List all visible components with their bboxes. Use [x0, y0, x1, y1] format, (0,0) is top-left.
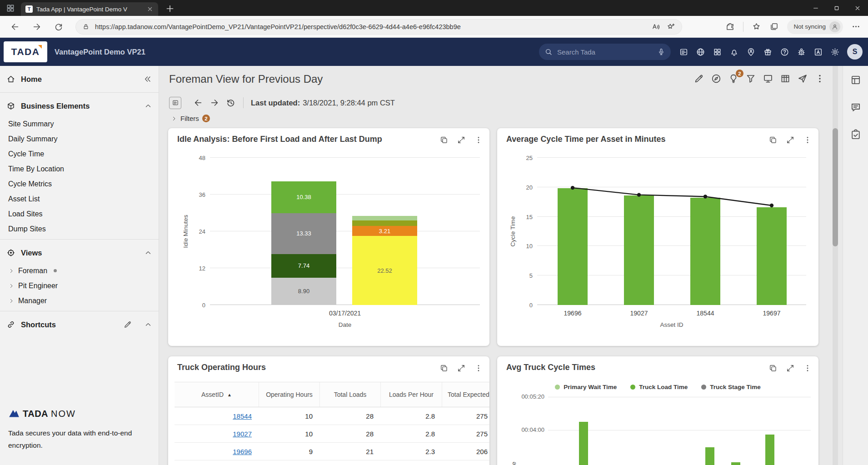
y-tick-label: 00:05:20 [518, 393, 544, 400]
sidebar-item-home[interactable]: Home [0, 69, 159, 90]
workspaces-icon[interactable] [5, 3, 15, 13]
card-menu-icon[interactable] [803, 135, 812, 145]
refresh-icon[interactable] [54, 22, 64, 32]
collapse-sidebar-icon[interactable] [143, 75, 152, 84]
sidebar-item-site-summary[interactable]: Site Summary [0, 116, 159, 131]
more-options-icon[interactable] [814, 73, 825, 84]
sidebar-item-foreman[interactable]: Foreman [0, 263, 159, 278]
text-size-icon[interactable] [813, 47, 823, 57]
history-icon[interactable] [226, 98, 236, 108]
person-pin-icon[interactable] [746, 47, 756, 57]
column-header-total-loads[interactable]: Total Loads [320, 382, 381, 407]
column-header-assetid[interactable]: AssetID▲ [175, 382, 259, 407]
copy-icon[interactable] [439, 135, 449, 145]
notes-icon[interactable] [679, 47, 688, 57]
read-aloud-icon[interactable] [652, 22, 661, 31]
bell-icon[interactable] [729, 47, 739, 57]
sidebar-item-load-sites[interactable]: Load Sites [0, 206, 159, 221]
edit-shortcuts-icon[interactable] [123, 320, 132, 329]
asset-link[interactable]: 19696 [233, 448, 252, 455]
scrollbar-thumb[interactable] [833, 128, 838, 246]
search-input[interactable] [557, 48, 653, 56]
lock-icon[interactable] [82, 23, 90, 30]
sidebar-footer: TADANOW Tada secures your data with end-… [8, 408, 150, 451]
sidebar-item-asset-list[interactable]: Asset List [0, 191, 159, 206]
sidebar-item-dump-sites[interactable]: Dump Sites [0, 221, 159, 236]
edit-icon[interactable] [693, 73, 704, 84]
copy-icon[interactable] [439, 364, 449, 373]
presentation-icon[interactable] [763, 73, 773, 84]
insights-button[interactable]: 2 [728, 73, 739, 84]
table-columns-icon[interactable] [780, 73, 791, 84]
expand-icon[interactable] [457, 135, 466, 145]
column-header-loads-per-hour[interactable]: Loads Per Hour [381, 382, 442, 407]
comments-icon[interactable] [850, 101, 862, 113]
page-back-icon[interactable] [193, 98, 203, 108]
column-header-total-expected-tons[interactable]: Total Expected Tons [442, 382, 489, 407]
panel-cards-icon[interactable] [850, 74, 862, 86]
card-menu-icon[interactable] [803, 364, 812, 373]
sidebar-item-daily-summary[interactable]: Daily Summary [0, 131, 159, 146]
table-cell: 275 [442, 407, 489, 425]
globe-icon[interactable] [696, 47, 705, 57]
new-tab-icon[interactable] [165, 3, 175, 14]
page-forward-icon[interactable] [210, 98, 219, 108]
help-icon[interactable] [780, 47, 789, 57]
asset-link[interactable]: 18544 [233, 412, 252, 420]
expand-icon[interactable] [457, 364, 466, 373]
explore-compass-icon[interactable] [711, 73, 722, 84]
expand-icon[interactable] [786, 135, 795, 145]
asset-link[interactable]: 19027 [233, 430, 252, 438]
card-menu-icon[interactable] [474, 135, 483, 145]
sidebar-item-pit-engineer[interactable]: Pit Engineer [0, 278, 159, 293]
filters-toggle[interactable]: Filters 2 [171, 115, 210, 122]
minimize-button[interactable] [805, 0, 826, 16]
sidebar-item-cycle-metrics[interactable]: Cycle Metrics [0, 176, 159, 191]
bug-icon[interactable] [797, 47, 806, 57]
sidebar-item-manager[interactable]: Manager [0, 293, 159, 308]
filter-funnel-icon[interactable] [745, 73, 756, 84]
gift-icon[interactable] [763, 47, 773, 57]
copy-icon[interactable] [768, 364, 778, 373]
copy-icon[interactable] [768, 135, 778, 145]
card-title: Truck Operating Hours [177, 363, 266, 372]
expand-icon[interactable] [786, 364, 795, 373]
browser-tab[interactable]: T Tada App | VantagePoint Demo V [21, 2, 158, 16]
sidebar-item-time-by-location[interactable]: Time By Location [0, 161, 159, 176]
send-icon[interactable] [797, 73, 808, 84]
extensions-icon[interactable] [725, 22, 735, 31]
card-actions [768, 135, 812, 145]
browser-menu-icon[interactable] [851, 22, 861, 31]
sidebar-section-views[interactable]: Views [0, 242, 159, 263]
scrollbar-track[interactable] [833, 66, 838, 465]
card-view-toggle-button[interactable] [169, 97, 181, 109]
y-tick-label: 10 [514, 243, 533, 250]
app-logo[interactable]: TADA [4, 41, 47, 62]
apps-grid-icon[interactable] [713, 47, 722, 57]
collections-icon[interactable] [769, 22, 779, 31]
profile-button[interactable]: Not syncing [787, 20, 843, 34]
brand-light: NOW [51, 409, 76, 419]
close-button[interactable] [847, 0, 868, 16]
sync-status-label: Not syncing [793, 23, 826, 30]
url-text[interactable]: https://app.tadanow.com/VantagePointDemo… [95, 23, 646, 30]
divider [743, 22, 743, 32]
card-view-icon [172, 99, 179, 106]
forward-icon[interactable] [32, 22, 42, 32]
card-menu-icon[interactable] [474, 364, 483, 373]
column-header-operating-hours[interactable]: Operating Hours [259, 382, 320, 407]
sidebar-item-cycle-time[interactable]: Cycle Time [0, 146, 159, 161]
checklist-icon[interactable] [850, 129, 862, 140]
maximize-button[interactable] [826, 0, 847, 16]
back-icon[interactable] [10, 22, 20, 32]
address-bar[interactable]: https://app.tadanow.com/VantagePointDemo… [75, 19, 682, 35]
user-avatar[interactable]: S [847, 44, 863, 60]
favorites-icon[interactable] [752, 22, 761, 31]
bar-segment: 7.74 [271, 254, 336, 278]
sidebar-section-shortcuts[interactable]: Shortcuts [0, 314, 159, 335]
gear-icon[interactable] [830, 47, 840, 57]
mic-icon[interactable] [657, 48, 665, 56]
tab-close-icon[interactable] [146, 5, 154, 13]
sidebar-section-business-elements[interactable]: Business Elements [0, 95, 159, 116]
add-favorite-icon[interactable] [666, 22, 675, 31]
